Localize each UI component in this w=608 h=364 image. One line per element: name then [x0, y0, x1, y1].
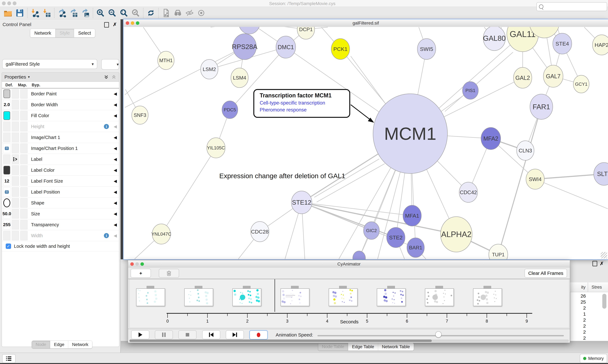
- node-SWI4[interactable]: SWI4: [526, 169, 544, 189]
- zoom-window-icon[interactable]: [13, 1, 16, 5]
- property-row-transparency[interactable]: 255 Transparency ◀: [2, 219, 119, 230]
- save-session-button[interactable]: [14, 7, 26, 18]
- property-row-image-chart-1[interactable]: Image/Chart 1 ◀: [2, 132, 119, 143]
- column-header-stres[interactable]: Stres: [592, 285, 602, 290]
- expand-property-icon[interactable]: ◀: [114, 102, 117, 107]
- property-row-width[interactable]: Width i ◀: [2, 230, 119, 241]
- minimize-window-icon[interactable]: [7, 1, 11, 5]
- node-GAL2[interactable]: GAL2: [513, 67, 532, 88]
- float-table-panel-icon[interactable]: [593, 261, 597, 267]
- expand-property-icon[interactable]: ◀: [114, 113, 117, 118]
- node-GAL7[interactable]: GAL7: [543, 65, 563, 87]
- node-GCY1[interactable]: GCY1: [573, 75, 589, 93]
- skip-to-end-button[interactable]: [226, 330, 244, 339]
- node-YNL047C[interactable]: YNL047C: [151, 224, 171, 244]
- column-header-ity[interactable]: ity: [570, 285, 585, 290]
- node-LSM4[interactable]: LSM4: [231, 68, 248, 88]
- float-panel-icon[interactable]: [104, 22, 109, 28]
- node-TUP1[interactable]: TUP1: [489, 244, 508, 259]
- close-table-panel-icon[interactable]: ✗: [600, 261, 604, 266]
- frame-thumbnail-1[interactable]: [136, 288, 165, 306]
- table-cell[interactable]: 2: [570, 317, 586, 323]
- network-edge[interactable]: [445, 52, 513, 111]
- tab-node-table[interactable]: Node Table: [318, 343, 348, 351]
- tab-select[interactable]: Select: [74, 29, 95, 37]
- style-options-button[interactable]: ▾: [101, 59, 119, 70]
- first-neighbors-button[interactable]: [172, 7, 184, 18]
- expand-property-icon[interactable]: ◀: [114, 222, 117, 227]
- node-GIC2[interactable]: GIC2: [363, 222, 379, 239]
- annotation-link-2[interactable]: Pheromone response: [260, 107, 349, 113]
- add-frame-button[interactable]: +: [131, 269, 151, 278]
- property-row-size[interactable]: 50.0 Size ◀: [2, 208, 119, 219]
- node-SWI5[interactable]: SWI5: [417, 39, 436, 59]
- node-MFA2[interactable]: MFA2: [481, 128, 501, 150]
- property-row-image-chart-position-1[interactable]: Image/Chart Position 1 ◀: [2, 143, 119, 154]
- tab-edge[interactable]: Edge: [50, 341, 68, 348]
- table-cell[interactable]: 2: [570, 305, 586, 311]
- export-network-button[interactable]: [56, 7, 68, 18]
- expand-property-icon[interactable]: ◀: [114, 200, 117, 205]
- checkbox-checked-icon[interactable]: ✓: [6, 244, 11, 249]
- node-RPS28A[interactable]: RPS28A: [232, 34, 257, 60]
- node-SNF3[interactable]: SNF3: [132, 106, 148, 124]
- node-CDC42[interactable]: CDC42: [459, 182, 478, 202]
- cyanimator-titlebar[interactable]: CyAnimator: [128, 260, 570, 268]
- expand-property-icon[interactable]: ◀: [114, 91, 117, 96]
- network-edge[interactable]: [302, 202, 396, 237]
- frame-thumbnail-7[interactable]: [425, 288, 454, 306]
- show-all-button[interactable]: [195, 7, 207, 18]
- frame-thumbnail-8[interactable]: [473, 288, 502, 306]
- properties-header[interactable]: Properties ▾: [2, 73, 119, 82]
- node-MTH1[interactable]: MTH1: [158, 51, 174, 70]
- expand-property-icon[interactable]: ◀: [114, 146, 117, 151]
- skip-to-start-button[interactable]: [202, 330, 220, 339]
- network-edge[interactable]: [125, 47, 245, 107]
- table-cell[interactable]: 2: [570, 335, 586, 341]
- style-selector[interactable]: galFiltered Style ▾: [2, 59, 97, 69]
- close-panel-icon[interactable]: ✗: [113, 22, 117, 27]
- frame-thumbnail-2[interactable]: [184, 288, 213, 306]
- property-row-label-position[interactable]: Label Position ◀: [2, 187, 119, 197]
- refresh-button[interactable]: [145, 7, 157, 18]
- node-FAR1[interactable]: FAR1: [530, 94, 553, 119]
- expand-property-icon[interactable]: ◀: [114, 233, 117, 238]
- node-LSM2[interactable]: LSM2: [201, 59, 218, 79]
- expand-property-icon[interactable]: ◀: [114, 190, 117, 195]
- expand-property-icon[interactable]: ◀: [114, 168, 117, 173]
- slider-thumb[interactable]: [435, 331, 442, 338]
- playhead[interactable]: [275, 279, 275, 312]
- network-canvas[interactable]: RPS28AMTH1LSM2LSM4DMC1DCP1PCK1SWI5GAL80G…: [124, 27, 608, 259]
- search-box[interactable]: [537, 2, 607, 11]
- expand-all-icon[interactable]: [104, 74, 109, 80]
- stop-button[interactable]: [179, 330, 196, 339]
- import-table-button[interactable]: [41, 7, 53, 18]
- delete-frame-button[interactable]: [159, 269, 179, 278]
- zoom-in-button[interactable]: [95, 7, 106, 18]
- annotation-link-1[interactable]: Cell-type-specific transcription: [260, 100, 349, 106]
- node-DMC1[interactable]: DMC1: [276, 36, 296, 58]
- close-window-icon[interactable]: [2, 1, 6, 5]
- tab-edge-table[interactable]: Edge Table: [348, 343, 378, 351]
- export-image-button[interactable]: [80, 7, 91, 18]
- node-DCP1[interactable]: DCP1: [297, 27, 315, 39]
- expand-property-icon[interactable]: ◀: [114, 179, 117, 183]
- node-STE12[interactable]: STE12: [291, 191, 312, 214]
- node-BAR1[interactable]: BAR1: [407, 238, 424, 258]
- zoom-out-button[interactable]: [106, 7, 118, 18]
- node-unlabeled[interactable]: [239, 27, 260, 34]
- node-MCM1[interactable]: MCM1: [373, 94, 447, 173]
- node-CDC28[interactable]: CDC28: [251, 221, 269, 242]
- property-row-shape[interactable]: Shape ◀: [2, 197, 119, 208]
- node-PCK1[interactable]: PCK1: [331, 39, 350, 59]
- tab-node[interactable]: Node: [32, 341, 50, 348]
- property-row-label-color[interactable]: Label Color ◀: [2, 165, 119, 176]
- expand-property-icon[interactable]: ◀: [114, 211, 117, 216]
- node-PDC5[interactable]: PDC5: [222, 101, 238, 118]
- table-cell[interactable]: 25: [570, 299, 586, 305]
- zoom-selected-button[interactable]: [130, 7, 141, 18]
- collapse-all-icon[interactable]: [111, 74, 117, 80]
- expand-property-icon[interactable]: ◀: [114, 124, 117, 129]
- clear-all-frames-button[interactable]: Clear All Frames: [525, 269, 567, 278]
- property-row-border-width[interactable]: 2.0 Border Width ◀: [2, 99, 119, 110]
